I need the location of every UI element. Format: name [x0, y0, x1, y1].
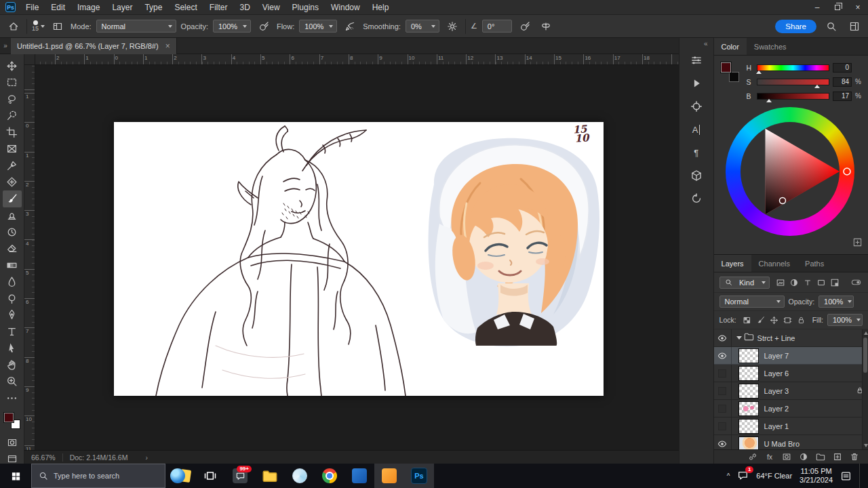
- chrome-browser[interactable]: [315, 464, 344, 488]
- visibility-toggle[interactable]: [714, 435, 732, 449]
- restore-button[interactable]: [827, 0, 848, 15]
- s-value-field[interactable]: 84: [833, 77, 852, 87]
- link-layers-button[interactable]: [747, 451, 758, 463]
- minimize-button[interactable]: –: [807, 0, 827, 15]
- lock-artboard-button[interactable]: [781, 314, 795, 326]
- blue-app[interactable]: [344, 464, 374, 488]
- filter-toggle-switch[interactable]: [849, 277, 863, 289]
- flow-select[interactable]: 100%: [299, 20, 337, 33]
- menu-window[interactable]: Window: [325, 0, 366, 15]
- lock-position-button[interactable]: [768, 314, 781, 326]
- scroll-down-icon[interactable]: [864, 444, 868, 447]
- add-mask-button[interactable]: [781, 451, 792, 463]
- chevron-down-icon[interactable]: [736, 336, 742, 340]
- menu-filter[interactable]: Filter: [203, 0, 234, 15]
- status-options-arrow[interactable]: ›: [145, 453, 148, 462]
- show-desktop-button[interactable]: [859, 464, 863, 488]
- airbrush-button[interactable]: [342, 18, 358, 35]
- layers-scrollbar[interactable]: [862, 329, 868, 449]
- layer-row-layer-1[interactable]: Layer 1: [714, 418, 868, 435]
- add-to-swatches-icon[interactable]: [852, 237, 863, 250]
- action-center-icon[interactable]: [840, 470, 852, 482]
- mini-color-swatches[interactable]: [720, 62, 741, 83]
- start-button[interactable]: [0, 464, 31, 488]
- swirl-app[interactable]: [285, 464, 315, 488]
- layer-name[interactable]: Layer 1: [764, 422, 789, 430]
- sat-slider[interactable]: [757, 79, 829, 85]
- tab-color[interactable]: Color: [714, 38, 747, 55]
- pressure-size-button[interactable]: [517, 18, 533, 35]
- smoothing-gear-button[interactable]: [444, 18, 460, 35]
- menu-plugins[interactable]: Plugins: [286, 0, 325, 15]
- layer-thumbnail[interactable]: [738, 436, 759, 450]
- gradient-tool[interactable]: [3, 257, 22, 274]
- move-tool[interactable]: [3, 58, 22, 75]
- notification-bubble-icon[interactable]: 1: [737, 470, 749, 483]
- clock[interactable]: 11:05 PM 3/21/2024: [800, 467, 833, 485]
- lock-all-button[interactable]: [795, 314, 808, 326]
- eraser-tool[interactable]: [3, 241, 22, 258]
- h-value-field[interactable]: 0: [833, 63, 852, 73]
- canvas[interactable]: 15 10: [114, 122, 604, 396]
- bri-slider[interactable]: [757, 93, 829, 100]
- history-panel-button[interactable]: [685, 188, 708, 209]
- symmetry-button[interactable]: [538, 18, 554, 35]
- layer-row-layer-6[interactable]: Layer 6: [714, 365, 868, 382]
- layer-opacity-select[interactable]: 100%: [818, 296, 854, 308]
- news-globe-app[interactable]: [165, 464, 195, 488]
- layer-effects-button[interactable]: fx: [764, 451, 775, 463]
- pen-tool[interactable]: [3, 307, 22, 324]
- expand-panels-icon[interactable]: «: [698, 38, 713, 49]
- slider-handle[interactable]: [756, 70, 762, 74]
- visibility-toggle[interactable]: [714, 365, 732, 382]
- menu-image[interactable]: Image: [71, 0, 106, 15]
- workspace-switcher-icon[interactable]: [846, 18, 863, 35]
- brush-angle-field[interactable]: 0°: [482, 20, 512, 33]
- new-adjustment-button[interactable]: [798, 451, 809, 463]
- layer-thumbnail[interactable]: [738, 384, 759, 399]
- path-selection-tool[interactable]: [3, 340, 22, 357]
- visibility-toggle[interactable]: [714, 382, 732, 399]
- menu-help[interactable]: Help: [366, 0, 395, 15]
- layer-name[interactable]: Layer 2: [764, 405, 789, 413]
- weather-status[interactable]: 64°F Clear: [756, 472, 792, 480]
- color-swatches[interactable]: [3, 412, 21, 430]
- layer-thumbnail[interactable]: [738, 366, 759, 381]
- close-tab-icon[interactable]: ×: [165, 41, 170, 51]
- brush-tool[interactable]: [3, 190, 22, 207]
- dodge-tool[interactable]: [3, 290, 22, 307]
- quick-selection-tool[interactable]: [3, 108, 22, 125]
- layer-name[interactable]: U Mad Bro: [764, 440, 800, 448]
- pixel-filter-button[interactable]: [774, 277, 787, 289]
- visibility-toggle[interactable]: [714, 418, 732, 434]
- photoshop-app[interactable]: Ps: [404, 464, 434, 488]
- marquee-tool[interactable]: [3, 75, 22, 92]
- slider-handle[interactable]: [814, 85, 820, 88]
- frame-tool[interactable]: [3, 141, 22, 158]
- hand-tool[interactable]: [3, 357, 22, 373]
- lock-paint-button[interactable]: [754, 314, 768, 326]
- healing-brush-tool[interactable]: [3, 174, 22, 191]
- search-icon[interactable]: [823, 18, 840, 35]
- scrollbar-thumb[interactable]: [863, 338, 867, 373]
- menu-file[interactable]: File: [20, 0, 45, 15]
- chat-app[interactable]: 99+: [225, 464, 255, 488]
- lasso-tool[interactable]: [3, 91, 22, 108]
- layer-thumbnail[interactable]: [738, 348, 759, 363]
- visibility-toggle[interactable]: [714, 400, 732, 417]
- close-button[interactable]: ×: [848, 0, 868, 15]
- menu-3d[interactable]: 3D: [233, 0, 256, 15]
- type-tool[interactable]: [3, 323, 22, 340]
- visibility-toggle[interactable]: [714, 329, 732, 346]
- saturation-triangle[interactable]: [726, 107, 854, 236]
- layer-row-layer-2[interactable]: Layer 2: [714, 400, 868, 418]
- paragraph-panel-button[interactable]: ¶: [685, 142, 708, 163]
- tab-layers[interactable]: Layers: [714, 255, 751, 272]
- layer-thumbnail[interactable]: [738, 419, 759, 434]
- layer-name[interactable]: Layer 7: [764, 352, 789, 360]
- pressure-opacity-button[interactable]: [256, 18, 272, 35]
- tab-paths[interactable]: Paths: [797, 255, 831, 272]
- smoothing-select[interactable]: 0%: [406, 20, 439, 33]
- menu-type[interactable]: Type: [138, 0, 168, 15]
- paint-app[interactable]: [374, 464, 404, 488]
